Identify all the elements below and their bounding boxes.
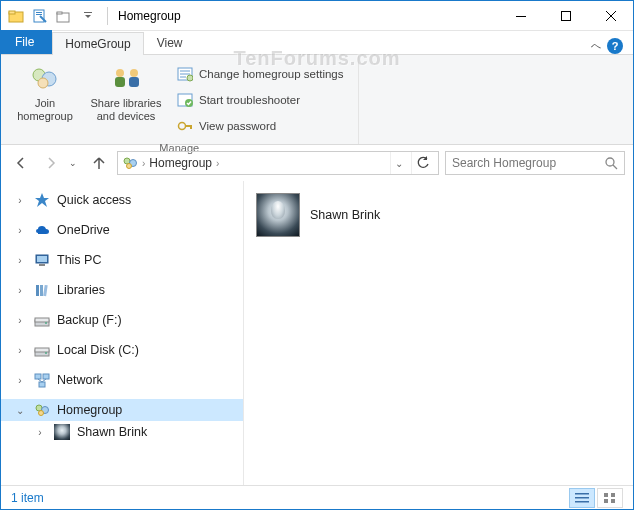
tree-onedrive[interactable]: › OneDrive (1, 219, 243, 241)
collapse-ribbon-icon[interactable]: へ (591, 39, 601, 53)
content-pane[interactable]: Shawn Brink (244, 181, 633, 485)
svg-rect-16 (129, 77, 139, 87)
start-troubleshooter-button[interactable]: Start troubleshooter (177, 89, 344, 111)
this-pc-icon (33, 251, 51, 269)
svg-rect-40 (35, 374, 41, 379)
status-bar: 1 item (1, 485, 633, 509)
libraries-icon (33, 281, 51, 299)
expand-icon[interactable]: › (13, 195, 27, 206)
tree-network[interactable]: › Network (1, 369, 243, 391)
change-settings-label: Change homegroup settings (199, 68, 344, 80)
view-password-button[interactable]: View password (177, 115, 344, 137)
tree-label: Quick access (57, 193, 131, 207)
svg-rect-6 (57, 12, 62, 14)
close-button[interactable] (588, 1, 633, 30)
new-folder-icon[interactable] (53, 5, 75, 27)
expand-icon[interactable]: › (13, 285, 27, 296)
svg-rect-8 (516, 16, 526, 17)
address-dropdown-icon[interactable]: ⌄ (390, 152, 407, 174)
svg-rect-30 (39, 264, 45, 266)
ribbon: Join homegroup Share libraries and devic… (1, 55, 633, 145)
explorer-body: › Quick access › OneDrive › This PC › Li… (1, 181, 633, 485)
svg-point-13 (116, 69, 124, 77)
ribbon-tabs: File HomeGroup View へ ? (1, 31, 633, 55)
share-libraries-label: Share libraries and devices (83, 97, 169, 123)
svg-rect-41 (43, 374, 49, 379)
ribbon-group-manage: Join homegroup Share libraries and devic… (1, 55, 359, 144)
tree-this-pc[interactable]: › This PC (1, 249, 243, 271)
tab-homegroup[interactable]: HomeGroup (52, 32, 143, 55)
item-label: Shawn Brink (310, 208, 380, 222)
tree-user[interactable]: › Shawn Brink (1, 421, 243, 443)
expand-icon[interactable]: › (33, 427, 47, 438)
expand-icon[interactable]: › (13, 255, 27, 266)
tree-backup-drive[interactable]: › Backup (F:) (1, 309, 243, 331)
tab-view[interactable]: View (144, 31, 196, 54)
divider (107, 7, 108, 25)
window-controls (498, 1, 633, 30)
up-button[interactable] (87, 151, 111, 175)
svg-rect-9 (561, 11, 570, 20)
details-view-button[interactable] (569, 488, 595, 508)
svg-rect-46 (575, 493, 589, 495)
svg-rect-48 (575, 501, 589, 503)
expand-icon[interactable]: › (13, 225, 27, 236)
minimize-button[interactable] (498, 1, 543, 30)
expand-icon[interactable]: › (13, 315, 27, 326)
svg-rect-50 (611, 493, 615, 497)
tree-homegroup[interactable]: ⌄ Homegroup (1, 399, 243, 421)
share-libraries-icon (110, 63, 142, 95)
collapse-icon[interactable]: ⌄ (13, 405, 27, 416)
change-settings-button[interactable]: Change homegroup settings (177, 63, 344, 85)
homegroup-icon (122, 155, 138, 171)
svg-rect-2 (34, 10, 44, 22)
list-item[interactable]: Shawn Brink (256, 193, 621, 237)
svg-rect-3 (36, 12, 42, 13)
svg-point-27 (606, 158, 614, 166)
address-bar[interactable]: › Homegroup › ⌄ (117, 151, 439, 175)
troubleshooter-icon (177, 92, 193, 108)
svg-rect-23 (190, 125, 192, 129)
maximize-button[interactable] (543, 1, 588, 30)
tab-file[interactable]: File (1, 30, 52, 54)
svg-rect-32 (40, 285, 43, 296)
quick-access-icon (33, 191, 51, 209)
svg-point-21 (179, 123, 186, 130)
search-icon (604, 156, 618, 170)
svg-rect-52 (611, 499, 615, 503)
tree-label: Backup (F:) (57, 313, 122, 327)
network-icon (33, 371, 51, 389)
tree-quick-access[interactable]: › Quick access (1, 189, 243, 211)
tree-local-disk[interactable]: › Local Disk (C:) (1, 339, 243, 361)
svg-point-26 (127, 164, 132, 169)
settings-icon (177, 66, 193, 82)
share-libraries-button[interactable]: Share libraries and devices (83, 59, 169, 141)
tree-label: Network (57, 373, 103, 387)
refresh-button[interactable] (411, 152, 434, 174)
join-homegroup-label: Join homegroup (7, 97, 83, 123)
properties-icon[interactable] (29, 5, 51, 27)
svg-rect-1 (9, 11, 15, 14)
tree-label: Local Disk (C:) (57, 343, 139, 357)
expand-icon[interactable]: › (13, 345, 27, 356)
svg-point-45 (39, 411, 44, 416)
search-box[interactable]: Search Homegroup (445, 151, 625, 175)
navigation-tree: › Quick access › OneDrive › This PC › Li… (1, 181, 244, 485)
drive-icon (33, 341, 51, 359)
join-homegroup-button[interactable]: Join homegroup (7, 59, 83, 141)
svg-rect-4 (36, 14, 42, 15)
qat-dropdown-icon[interactable] (77, 5, 99, 27)
forward-button[interactable] (39, 151, 63, 175)
breadcrumb-homegroup[interactable]: Homegroup (149, 156, 212, 170)
crumb-separator-icon[interactable]: › (216, 158, 219, 169)
icons-view-button[interactable] (597, 488, 623, 508)
navigation-bar: ⌄ › Homegroup › ⌄ Search Homegroup (1, 145, 633, 181)
svg-point-36 (45, 322, 47, 324)
window-title: Homegroup (112, 9, 498, 23)
crumb-separator-icon[interactable]: › (142, 158, 145, 169)
back-button[interactable] (9, 151, 33, 175)
tree-libraries[interactable]: › Libraries (1, 279, 243, 301)
history-dropdown-icon[interactable]: ⌄ (69, 158, 81, 168)
expand-icon[interactable]: › (13, 375, 27, 386)
help-icon[interactable]: ? (607, 38, 623, 54)
